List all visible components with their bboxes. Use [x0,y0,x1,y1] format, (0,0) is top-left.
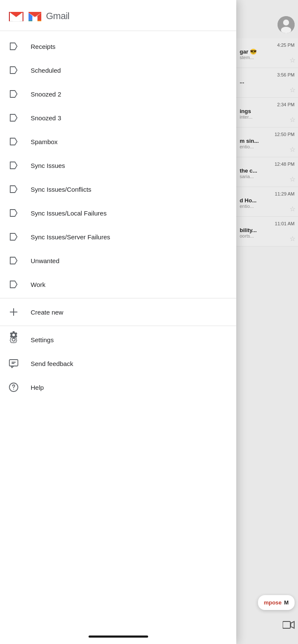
email-sender: ings [240,108,295,114]
settings-button[interactable]: Settings [0,328,236,352]
sidebar-item-label: Snoozed 2 [31,91,61,98]
email-snippet: saria... [240,174,295,179]
email-time: 2:34 PM [240,102,295,107]
star-icon[interactable]: ☆ [289,86,295,94]
email-snippet: entio... [240,144,295,149]
sidebar-item-label: Snoozed 3 [31,114,61,122]
avatar[interactable] [278,16,295,33]
email-time: 12:50 PM [240,132,295,137]
sidebar-item-label: Sync Issues [31,162,65,169]
compose-button[interactable]: mpose M [258,595,295,610]
drawer-header: M [0,0,236,31]
list-item: 12:48 PM the c... saria... ☆ [236,157,298,187]
sidebar-item-unwanted[interactable]: Unwanted [0,249,236,272]
list-item: 12:50 PM m sin... entio... ☆ [236,128,298,157]
star-icon[interactable]: ☆ [289,116,295,124]
nav-list: Receipts Scheduled Snoozed 2 [0,31,236,629]
sidebar-item-sync-server[interactable]: Sync Issues/Server Failures [0,225,236,249]
plus-icon [9,307,19,317]
star-icon[interactable]: ☆ [289,145,295,153]
video-icon [283,621,295,631]
sidebar-item-label: Sync Issues/Conflicts [31,186,92,193]
gear-icon [9,335,19,345]
email-sender: bility... [240,227,295,233]
sidebar-item-label: Sync Issues/Server Failures [31,233,110,241]
tag-icon [9,232,19,242]
tag-icon [9,255,19,266]
star-icon[interactable]: ☆ [289,175,295,183]
compose-label: mpose [264,599,282,606]
create-new-label: Create new [31,309,63,316]
sidebar-item-label: Scheduled [31,67,61,74]
send-feedback-label: Send feedback [31,360,73,367]
help-label: Help [31,384,44,391]
svg-marker-4 [291,621,294,628]
star-icon[interactable]: ☆ [289,205,295,213]
email-time: 11:29 AM [240,191,295,196]
gmail-logo-svg [27,9,43,24]
right-header [236,0,298,38]
list-item: 2:34 PM ings inter... ☆ [236,98,298,128]
feedback-icon [9,358,19,369]
navigation-drawer: M [0,0,236,644]
email-sender: gar 😎 [240,48,295,55]
create-new-button[interactable]: Create new [0,300,236,324]
gmail-icon [9,10,24,22]
right-email-panel: 4:25 PM gar 😎 stem... ☆ 3:56 PM ... ☆ 2:… [236,0,298,644]
sidebar-item-scheduled[interactable]: Scheduled [0,58,236,82]
send-feedback-button[interactable]: Send feedback [0,352,236,375]
sidebar-item-sync-issues[interactable]: Sync Issues [0,153,236,177]
svg-point-15 [13,389,14,390]
email-snippet: entio... [240,204,295,209]
app-title: Gmail [46,11,69,22]
tag-icon [9,184,19,194]
tag-icon [9,136,19,147]
home-indicator [0,629,236,644]
sidebar-item-label: Receipts [31,43,55,50]
email-time: 12:48 PM [240,162,295,167]
list-item: 11:01 AM bility... oorts... ☆ [236,217,298,247]
svg-rect-3 [283,621,290,628]
sidebar-item-receipts[interactable]: Receipts [0,34,236,58]
help-button[interactable]: Help [0,375,236,399]
sidebar-item-label: Sync Issues/Local Failures [31,210,106,217]
tag-icon [9,113,19,123]
email-snippet: stem... [240,55,295,60]
sidebar-item-label: Spambox [31,138,57,145]
tag-icon [9,65,19,75]
sidebar-item-label: Unwanted [31,257,60,264]
divider [0,326,236,326]
sidebar-item-label: Work [31,281,46,288]
email-snippet: oorts... [240,233,295,238]
star-icon[interactable]: ☆ [289,235,295,243]
sidebar-item-work[interactable]: Work [0,272,236,296]
sidebar-item-spambox[interactable]: Spambox [0,130,236,153]
tag-icon [9,279,19,289]
divider [0,298,236,298]
email-sender: the c... [240,167,295,174]
help-icon [9,382,19,392]
list-item: 3:56 PM ... ☆ [236,68,298,98]
tag-icon [9,41,19,51]
sidebar-item-snoozed3[interactable]: Snoozed 3 [0,106,236,130]
gmail-logo: M [9,9,69,24]
email-sender: m sin... [240,138,295,144]
svg-rect-11 [9,360,18,366]
tag-icon [9,89,19,99]
email-sender: ... [240,78,295,85]
email-time: 4:25 PM [240,43,295,48]
sidebar-item-sync-conflicts[interactable]: Sync Issues/Conflicts [0,177,236,201]
list-item: 4:25 PM gar 😎 stem... ☆ [236,38,298,68]
sidebar-item-sync-local[interactable]: Sync Issues/Local Failures [0,201,236,225]
svg-point-1 [283,20,289,26]
email-time: 11:01 AM [240,221,295,226]
sidebar-item-snoozed2[interactable]: Snoozed 2 [0,82,236,106]
email-time: 3:56 PM [240,72,295,77]
email-snippet: inter... [240,114,295,119]
list-item: 11:29 AM d Ho... entio... ☆ [236,187,298,217]
email-sender: d Ho... [240,197,295,204]
home-bar [89,635,148,638]
settings-label: Settings [31,336,54,343]
tag-icon [9,208,19,218]
star-icon[interactable]: ☆ [289,56,295,64]
